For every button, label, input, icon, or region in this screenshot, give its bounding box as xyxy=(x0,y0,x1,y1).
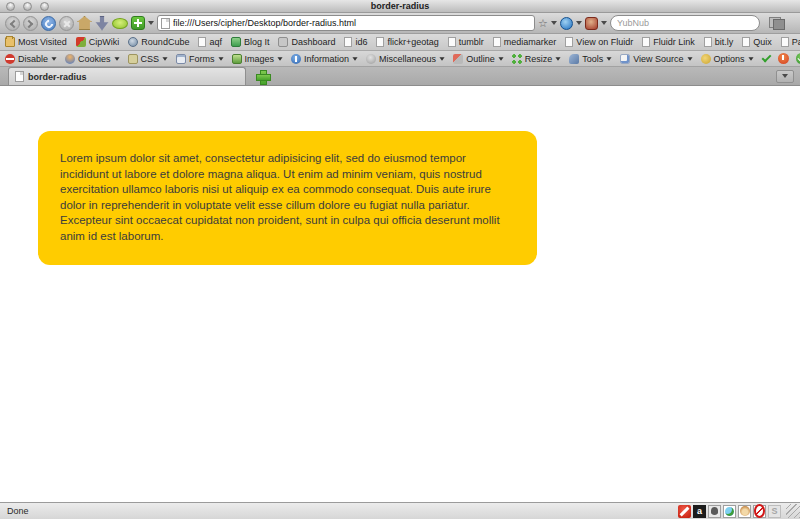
extension-a-icon[interactable]: a xyxy=(693,505,706,518)
bookmark-dropdown-icon[interactable] xyxy=(551,21,557,25)
webdev-menu-forms[interactable]: Forms xyxy=(176,54,224,64)
page-icon xyxy=(448,37,456,47)
webdev-menu-options[interactable]: Options xyxy=(701,54,754,64)
windows-icon[interactable] xyxy=(769,17,785,30)
firebug-icon[interactable] xyxy=(708,505,721,518)
bookmark-item-most-visited[interactable]: Most Visited xyxy=(5,37,67,47)
page-icon xyxy=(493,37,501,47)
bookmarks-toolbar: Most Visited CipWiki RoundCube aqf Blog … xyxy=(0,34,800,51)
page-icon xyxy=(642,37,650,47)
webdev-menu-images[interactable]: Images xyxy=(232,54,284,64)
webdev-toolbar: Disable Cookies CSS Forms Images Informa… xyxy=(0,51,800,67)
navigation-toolbar: ☆ xyxy=(0,13,800,34)
forward-button[interactable] xyxy=(23,16,38,31)
css-valid-check-icon[interactable] xyxy=(761,52,771,62)
bookmark-item-fluidr-link[interactable]: Fluidr Link xyxy=(642,37,695,47)
webdev-menu-cookies[interactable]: Cookies xyxy=(65,54,120,64)
webdev-menu-view-source[interactable]: View Source xyxy=(620,54,692,64)
engine-dropdown-icon[interactable] xyxy=(576,21,582,25)
bookmark-star-icon[interactable]: ☆ xyxy=(538,16,548,30)
resize-icon xyxy=(512,54,522,64)
forward-icon xyxy=(25,19,33,27)
resize-grip[interactable] xyxy=(786,504,800,518)
webdev-label: Outline xyxy=(466,54,495,64)
bookmark-item-id6[interactable]: id6 xyxy=(344,37,367,47)
chevron-down-icon xyxy=(687,57,692,60)
bookmark-item-flickr-geotag[interactable]: flickr+geotag xyxy=(376,37,438,47)
noscript-icon[interactable] xyxy=(753,505,766,518)
bookmark-label: Fluidr Link xyxy=(653,37,695,47)
bookmark-label: Most Visited xyxy=(18,37,67,47)
greasemonkey-icon[interactable] xyxy=(738,505,751,518)
bookmark-label: aqf xyxy=(209,37,222,47)
adblock-icon[interactable] xyxy=(678,505,691,518)
webdev-menu-miscellaneous[interactable]: Miscellaneous xyxy=(366,54,445,64)
page-icon xyxy=(376,37,384,47)
bookmark-label: id6 xyxy=(355,37,367,47)
back-button[interactable] xyxy=(5,16,20,31)
webdev-label: Miscellaneous xyxy=(379,54,436,64)
yubnub-dropdown-icon[interactable] xyxy=(601,21,607,25)
disable-icon xyxy=(5,54,15,64)
webdev-label: CSS xyxy=(141,54,160,64)
view-source-icon xyxy=(620,54,630,64)
bookmark-item-view-on-fluidr[interactable]: View on Fluidr xyxy=(565,37,633,47)
green-diamond-icon[interactable] xyxy=(112,18,128,29)
bookmark-item-tumblr[interactable]: tumblr xyxy=(448,37,484,47)
webdev-menu-tools[interactable]: Tools xyxy=(569,54,612,64)
webdev-menu-outline[interactable]: Outline xyxy=(453,54,504,64)
stop-icon xyxy=(60,17,73,30)
add-button[interactable] xyxy=(131,16,145,30)
downloads-button[interactable] xyxy=(95,16,109,31)
bookmark-item-blog-it[interactable]: Blog It xyxy=(231,37,270,47)
webdev-menu-resize[interactable]: Resize xyxy=(512,54,562,64)
new-tab-button[interactable] xyxy=(256,70,269,83)
tab-bar: border-radius xyxy=(0,67,800,86)
bookmark-label: RoundCube xyxy=(141,37,189,47)
webdev-label: Information xyxy=(304,54,349,64)
search-input[interactable] xyxy=(617,18,753,28)
bookmark-item-bitly[interactable]: bit.ly xyxy=(704,37,734,47)
tab-favicon-page-icon xyxy=(15,71,24,82)
lorem-box: Lorem ipsum dolor sit amet, consectetur … xyxy=(38,131,537,265)
chevron-down-icon xyxy=(498,57,503,60)
reload-button[interactable] xyxy=(41,16,56,31)
bookmark-item-pagerank[interactable]: PageRank xyxy=(781,37,800,47)
tab-border-radius[interactable]: border-radius xyxy=(8,67,246,85)
toolbar-dropdown-icon[interactable] xyxy=(148,21,154,25)
stylish-icon[interactable]: S xyxy=(768,505,781,518)
images-icon xyxy=(232,54,242,64)
webdev-label: Forms xyxy=(189,54,215,64)
bookmark-label: View on Fluidr xyxy=(576,37,633,47)
bookmark-item-mediamarker[interactable]: mediamarker xyxy=(493,37,557,47)
bookmark-item-quix[interactable]: Quix xyxy=(742,37,772,47)
webdev-label: Resize xyxy=(525,54,553,64)
window-title: border-radius xyxy=(0,0,800,13)
stop-button[interactable] xyxy=(59,16,74,31)
webdev-menu-information[interactable]: Information xyxy=(291,54,358,64)
webdev-label: View Source xyxy=(633,54,683,64)
home-button[interactable] xyxy=(77,16,92,30)
bookmark-item-cipwiki[interactable]: CipWiki xyxy=(76,37,120,47)
page-icon xyxy=(742,37,750,47)
globe-extension-icon[interactable] xyxy=(723,505,736,518)
bookmark-item-dashboard[interactable]: Dashboard xyxy=(278,37,335,47)
url-input[interactable] xyxy=(173,18,531,28)
chevron-down-icon xyxy=(782,74,788,78)
chevron-down-icon xyxy=(218,57,223,60)
bookmark-item-roundcube[interactable]: RoundCube xyxy=(128,37,189,47)
search-engine-icon[interactable] xyxy=(560,17,573,30)
reload-icon xyxy=(43,18,54,29)
bookmark-item-aqf[interactable]: aqf xyxy=(198,37,222,47)
webdev-menu-css[interactable]: CSS xyxy=(128,54,169,64)
js-error-icon[interactable] xyxy=(778,53,789,64)
tab-list-button[interactable] xyxy=(776,70,794,83)
lorem-text: Lorem ipsum dolor sit amet, consectetur … xyxy=(60,152,500,242)
url-bar[interactable] xyxy=(157,15,535,31)
validation-ok-icon[interactable] xyxy=(796,53,800,64)
page-icon xyxy=(781,37,789,47)
search-bar[interactable] xyxy=(610,15,760,31)
yubnub-engine-icon[interactable] xyxy=(585,17,598,30)
webdev-label: Disable xyxy=(18,54,48,64)
webdev-menu-disable[interactable]: Disable xyxy=(5,54,57,64)
